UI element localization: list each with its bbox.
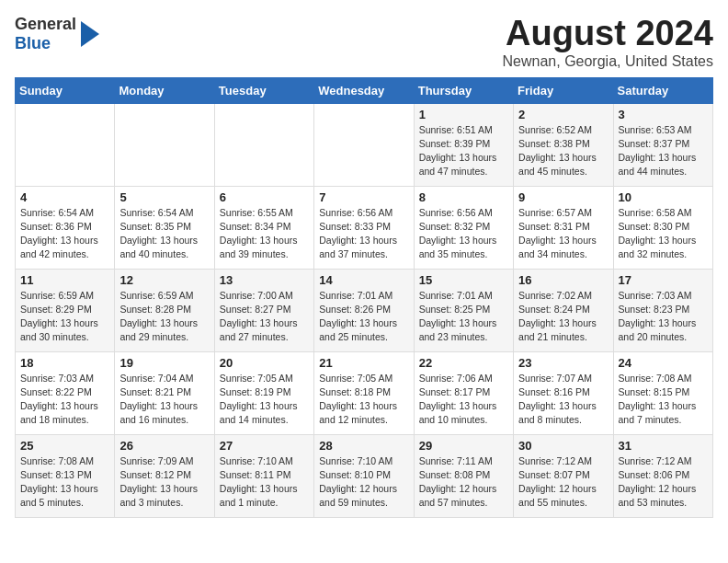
week-row-5: 25Sunrise: 7:08 AM Sunset: 8:13 PM Dayli… <box>16 434 713 517</box>
calendar-cell: 26Sunrise: 7:09 AM Sunset: 8:12 PM Dayli… <box>115 434 214 517</box>
calendar-header: SundayMondayTuesdayWednesdayThursdayFrid… <box>16 77 713 103</box>
week-row-3: 11Sunrise: 6:59 AM Sunset: 8:29 PM Dayli… <box>16 269 713 351</box>
day-number: 15 <box>419 273 508 287</box>
day-info: Sunrise: 6:54 AM Sunset: 8:35 PM Dayligh… <box>119 206 209 262</box>
day-info: Sunrise: 6:53 AM Sunset: 8:37 PM Dayligh… <box>619 123 708 179</box>
header-thursday: Thursday <box>414 77 513 103</box>
day-number: 4 <box>20 190 109 204</box>
page-header: General Blue August 2024 Newnan, Georgia… <box>15 15 713 70</box>
week-row-1: 1Sunrise: 6:51 AM Sunset: 8:39 PM Daylig… <box>16 103 713 186</box>
logo-text: General Blue <box>15 15 99 52</box>
day-info: Sunrise: 6:59 AM Sunset: 8:29 PM Dayligh… <box>20 289 109 345</box>
calendar-cell: 18Sunrise: 7:03 AM Sunset: 8:22 PM Dayli… <box>16 351 115 434</box>
day-info: Sunrise: 7:03 AM Sunset: 8:23 PM Dayligh… <box>619 289 708 345</box>
day-number: 11 <box>20 273 109 287</box>
calendar-cell: 11Sunrise: 6:59 AM Sunset: 8:29 PM Dayli… <box>16 269 115 351</box>
header-friday: Friday <box>514 77 613 103</box>
day-info: Sunrise: 7:04 AM Sunset: 8:21 PM Dayligh… <box>119 372 209 428</box>
day-info: Sunrise: 6:56 AM Sunset: 8:33 PM Dayligh… <box>319 206 408 262</box>
day-number: 10 <box>619 190 708 204</box>
calendar-cell: 10Sunrise: 6:58 AM Sunset: 8:30 PM Dayli… <box>613 186 712 269</box>
day-number: 18 <box>20 356 109 370</box>
calendar-cell: 27Sunrise: 7:10 AM Sunset: 8:11 PM Dayli… <box>214 434 313 517</box>
day-info: Sunrise: 6:52 AM Sunset: 8:38 PM Dayligh… <box>518 123 608 179</box>
day-info: Sunrise: 7:01 AM Sunset: 8:25 PM Dayligh… <box>419 289 508 345</box>
calendar-cell: 30Sunrise: 7:12 AM Sunset: 8:07 PM Dayli… <box>514 434 613 517</box>
calendar-table: SundayMondayTuesdayWednesdayThursdayFrid… <box>15 77 713 518</box>
day-number: 23 <box>518 356 608 370</box>
day-number: 26 <box>119 439 209 453</box>
calendar-cell: 23Sunrise: 7:07 AM Sunset: 8:16 PM Dayli… <box>514 351 613 434</box>
day-info: Sunrise: 6:56 AM Sunset: 8:32 PM Dayligh… <box>419 206 508 262</box>
calendar-cell <box>314 103 414 186</box>
calendar-cell: 16Sunrise: 7:02 AM Sunset: 8:24 PM Dayli… <box>514 269 613 351</box>
day-number: 2 <box>518 108 608 121</box>
calendar-cell <box>16 103 115 186</box>
day-info: Sunrise: 7:05 AM Sunset: 8:19 PM Dayligh… <box>220 372 309 428</box>
calendar-cell: 5Sunrise: 6:54 AM Sunset: 8:35 PM Daylig… <box>115 186 214 269</box>
week-row-4: 18Sunrise: 7:03 AM Sunset: 8:22 PM Dayli… <box>16 351 713 434</box>
day-number: 14 <box>319 273 408 287</box>
header-wednesday: Wednesday <box>314 77 414 103</box>
day-info: Sunrise: 7:10 AM Sunset: 8:11 PM Dayligh… <box>220 454 309 511</box>
day-info: Sunrise: 7:06 AM Sunset: 8:17 PM Dayligh… <box>419 372 508 428</box>
calendar-cell: 28Sunrise: 7:10 AM Sunset: 8:10 PM Dayli… <box>314 434 414 517</box>
day-info: Sunrise: 7:12 AM Sunset: 8:07 PM Dayligh… <box>518 454 608 511</box>
calendar-cell: 2Sunrise: 6:52 AM Sunset: 8:38 PM Daylig… <box>514 103 613 186</box>
day-info: Sunrise: 7:12 AM Sunset: 8:06 PM Dayligh… <box>619 454 708 511</box>
day-info: Sunrise: 7:05 AM Sunset: 8:18 PM Dayligh… <box>319 372 408 428</box>
day-number: 8 <box>419 190 508 204</box>
day-number: 21 <box>319 356 408 370</box>
title-block: August 2024 Newnan, Georgia, United Stat… <box>503 15 713 70</box>
calendar-cell: 13Sunrise: 7:00 AM Sunset: 8:27 PM Dayli… <box>214 269 313 351</box>
day-info: Sunrise: 6:54 AM Sunset: 8:36 PM Dayligh… <box>20 206 109 262</box>
calendar-cell: 31Sunrise: 7:12 AM Sunset: 8:06 PM Dayli… <box>613 434 712 517</box>
calendar-cell <box>115 103 214 186</box>
day-number: 3 <box>619 108 708 121</box>
day-number: 19 <box>119 356 209 370</box>
calendar-cell: 4Sunrise: 6:54 AM Sunset: 8:36 PM Daylig… <box>16 186 115 269</box>
calendar-cell: 25Sunrise: 7:08 AM Sunset: 8:13 PM Dayli… <box>16 434 115 517</box>
day-header-row: SundayMondayTuesdayWednesdayThursdayFrid… <box>16 77 713 103</box>
day-number: 27 <box>220 439 309 453</box>
day-number: 28 <box>319 439 408 453</box>
calendar-cell: 9Sunrise: 6:57 AM Sunset: 8:31 PM Daylig… <box>514 186 613 269</box>
calendar-cell: 3Sunrise: 6:53 AM Sunset: 8:37 PM Daylig… <box>613 103 712 186</box>
day-info: Sunrise: 7:07 AM Sunset: 8:16 PM Dayligh… <box>518 372 608 428</box>
calendar-cell: 29Sunrise: 7:11 AM Sunset: 8:08 PM Dayli… <box>414 434 513 517</box>
day-info: Sunrise: 7:03 AM Sunset: 8:22 PM Dayligh… <box>20 372 109 428</box>
day-number: 5 <box>119 190 209 204</box>
day-number: 17 <box>619 273 708 287</box>
day-info: Sunrise: 6:51 AM Sunset: 8:39 PM Dayligh… <box>419 123 508 179</box>
day-number: 25 <box>20 439 109 453</box>
day-info: Sunrise: 7:02 AM Sunset: 8:24 PM Dayligh… <box>518 289 608 345</box>
calendar-cell: 12Sunrise: 6:59 AM Sunset: 8:28 PM Dayli… <box>115 269 214 351</box>
calendar-cell: 20Sunrise: 7:05 AM Sunset: 8:19 PM Dayli… <box>214 351 313 434</box>
calendar-cell: 14Sunrise: 7:01 AM Sunset: 8:26 PM Dayli… <box>314 269 414 351</box>
logo: General Blue <box>15 15 99 52</box>
day-number: 1 <box>419 108 508 121</box>
header-sunday: Sunday <box>16 77 115 103</box>
calendar-title: August 2024 <box>503 15 713 53</box>
day-number: 29 <box>419 439 508 453</box>
calendar-cell: 1Sunrise: 6:51 AM Sunset: 8:39 PM Daylig… <box>414 103 513 186</box>
logo-arrow-icon <box>81 21 99 47</box>
calendar-cell: 21Sunrise: 7:05 AM Sunset: 8:18 PM Dayli… <box>314 351 414 434</box>
calendar-cell <box>214 103 313 186</box>
calendar-cell: 15Sunrise: 7:01 AM Sunset: 8:25 PM Dayli… <box>414 269 513 351</box>
day-number: 9 <box>518 190 608 204</box>
calendar-cell: 8Sunrise: 6:56 AM Sunset: 8:32 PM Daylig… <box>414 186 513 269</box>
day-number: 20 <box>220 356 309 370</box>
day-number: 31 <box>619 439 708 453</box>
calendar-subtitle: Newnan, Georgia, United States <box>503 53 713 70</box>
day-number: 7 <box>319 190 408 204</box>
day-info: Sunrise: 7:08 AM Sunset: 8:13 PM Dayligh… <box>20 454 109 511</box>
calendar-cell: 19Sunrise: 7:04 AM Sunset: 8:21 PM Dayli… <box>115 351 214 434</box>
day-info: Sunrise: 6:57 AM Sunset: 8:31 PM Dayligh… <box>518 206 608 262</box>
day-number: 30 <box>518 439 608 453</box>
day-info: Sunrise: 7:09 AM Sunset: 8:12 PM Dayligh… <box>119 454 209 511</box>
calendar-cell: 17Sunrise: 7:03 AM Sunset: 8:23 PM Dayli… <box>613 269 712 351</box>
day-info: Sunrise: 7:00 AM Sunset: 8:27 PM Dayligh… <box>220 289 309 345</box>
day-info: Sunrise: 7:01 AM Sunset: 8:26 PM Dayligh… <box>319 289 408 345</box>
logo-blue: Blue <box>15 34 51 52</box>
